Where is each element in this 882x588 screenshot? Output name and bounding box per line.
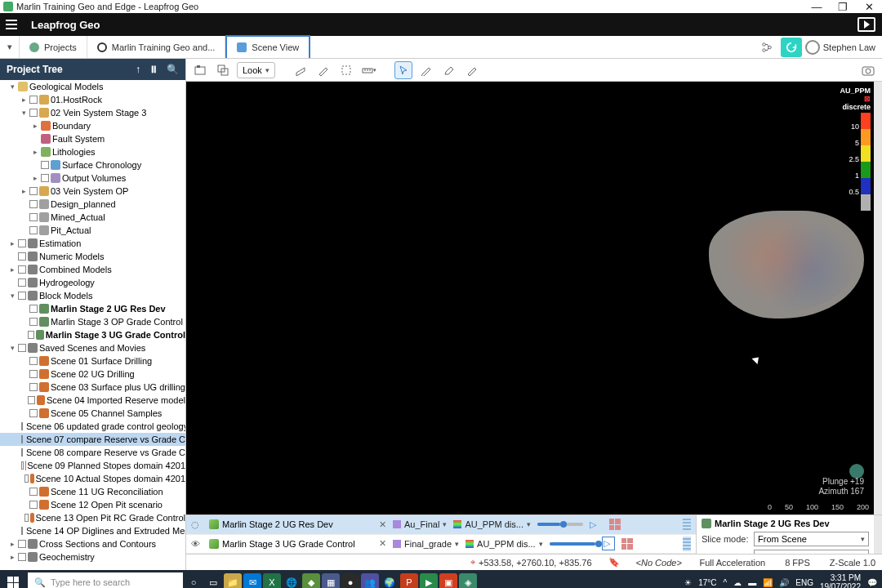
expand-icon[interactable]: ▾ [8, 344, 16, 352]
tree-checkbox[interactable] [18, 540, 26, 548]
taskbar-excel-icon[interactable]: X [263, 573, 281, 588]
tray-battery-icon[interactable]: ▬ [748, 578, 756, 587]
tree-checkbox[interactable] [29, 370, 38, 378]
tree-pause-icon[interactable]: ⏸ [149, 64, 158, 75]
tree-checkbox[interactable] [41, 161, 49, 169]
tool-pencil-icon[interactable] [417, 61, 435, 79]
shelf-row[interactable]: 👁 Marlin Stage 3 UG Grade Control ✕ Fina… [186, 535, 696, 555]
hamburger-menu-icon[interactable] [0, 13, 23, 36]
expand-icon[interactable]: ▸ [20, 187, 28, 195]
tree-item[interactable]: Scene 13 Open Pit RC Grade Control [0, 511, 185, 524]
colormap-select[interactable]: AU_PPM dis...▾ [453, 519, 531, 529]
tray-up-icon[interactable]: ^ [724, 578, 728, 587]
tree-item[interactable]: Scene 04 Imported Reserve model [0, 394, 185, 407]
tree-item[interactable]: ▸Output Volumes [0, 172, 185, 185]
taskbar-leapfrog-icon[interactable]: ◈ [459, 573, 477, 588]
expand-icon[interactable]: ▸ [20, 96, 28, 104]
expand-icon[interactable]: ▸ [31, 148, 39, 156]
remove-icon[interactable]: ✕ [379, 519, 386, 530]
taskbar-explorer-icon[interactable]: 📁 [224, 573, 242, 588]
tree-item[interactable]: Mined_Actual [0, 211, 185, 224]
tree-checkbox[interactable] [29, 409, 38, 417]
tree-up-icon[interactable]: ↑ [136, 64, 140, 75]
legend-close-icon[interactable]: ⊠ [864, 95, 871, 103]
tree-item[interactable]: ▸Geochemistry [0, 550, 185, 564]
expand-icon[interactable]: ▸ [31, 122, 39, 130]
taskbar-search[interactable]: 🔍Type here to search [28, 572, 183, 588]
drag-handle-icon[interactable] [683, 517, 691, 532]
tree-item[interactable]: ▸03 Vein System OP [0, 185, 185, 198]
tree-item[interactable]: Scene 02 UG Drilling [0, 368, 185, 381]
tree-checkbox[interactable] [29, 226, 38, 234]
tree-item[interactable]: Numeric Models [0, 250, 185, 263]
tree-checkbox[interactable] [21, 435, 23, 443]
tree-item[interactable]: ▾02 Vein System Stage 3 [0, 106, 185, 119]
tree-checkbox[interactable] [29, 488, 38, 496]
taskbar-outlook-icon[interactable]: ✉ [243, 573, 261, 588]
tree-checkbox[interactable] [24, 474, 29, 483]
tree-checkbox[interactable] [18, 344, 26, 352]
tool-screenshot-icon[interactable] [191, 61, 209, 79]
tree-checkbox[interactable] [29, 357, 38, 365]
start-button[interactable] [0, 570, 26, 588]
look-dropdown[interactable]: Look▾ [237, 62, 275, 78]
remove-icon[interactable]: ✕ [379, 538, 386, 549]
tool-ruler-icon[interactable]: ▾ [360, 61, 378, 79]
tree-checkbox[interactable] [18, 252, 26, 261]
tree-search-icon[interactable]: 🔍 [167, 64, 179, 75]
taskbar-app1-icon[interactable]: ◆ [302, 573, 320, 588]
tree-checkbox[interactable] [29, 305, 38, 313]
tree-item[interactable]: Scene 09 Planned Stopes domain 4201 [0, 459, 185, 472]
colormap-select[interactable]: AU_PPM dis...▾ [466, 539, 543, 549]
tree-item[interactable]: ▾Geological Models [0, 80, 185, 93]
tree-checkbox[interactable] [18, 292, 26, 300]
tree-item[interactable]: Fault System [0, 132, 185, 145]
attribute-select[interactable]: Final_grade▾ [393, 539, 459, 549]
tray-cloud-icon[interactable]: ☁ [733, 578, 742, 587]
taskbar-teams-icon[interactable]: 👥 [361, 573, 379, 588]
tool-lasso-icon[interactable] [337, 61, 355, 79]
tool-camera-icon[interactable] [859, 61, 877, 79]
tab-projects[interactable]: Projects [20, 36, 87, 58]
taskbar-ppt-icon[interactable]: P [400, 573, 418, 588]
tree-item[interactable]: Marlin Stage 2 UG Res Dev [0, 302, 185, 315]
tool-pointer-icon[interactable] [394, 61, 412, 79]
play-icon[interactable]: ▷ [602, 537, 615, 550]
sync-icon[interactable] [781, 38, 802, 57]
tree-item[interactable]: Scene 12 Open Pit scenario [0, 498, 185, 511]
tree-checkbox[interactable] [18, 553, 26, 561]
tree-checkbox[interactable] [21, 461, 23, 470]
tree-item[interactable]: Marlin Stage 3 OP Grade Control [0, 315, 185, 328]
tree-item[interactable]: Scene 14 OP Diglines and Extruded Meshes [0, 524, 185, 537]
tray-volume-icon[interactable]: 🔊 [779, 578, 789, 587]
tray-wifi-icon[interactable]: 📶 [763, 578, 773, 587]
expand-icon[interactable]: ▸ [8, 540, 16, 548]
model-surface[interactable] [709, 211, 864, 318]
tree-item[interactable]: ▸Boundary [0, 119, 185, 132]
grid-icon[interactable] [621, 538, 633, 550]
tree-checkbox[interactable] [21, 527, 23, 535]
expand-icon[interactable]: ▾ [20, 109, 28, 117]
tree-checkbox[interactable] [29, 187, 38, 195]
grid-icon[interactable] [609, 519, 621, 530]
tree-item[interactable]: Pit_Actual [0, 224, 185, 237]
expand-icon[interactable]: ▸ [31, 174, 39, 182]
user-avatar-icon[interactable] [805, 40, 820, 55]
tree-item[interactable]: ▾Block Models [0, 289, 185, 302]
tool-plane-icon[interactable] [292, 61, 310, 79]
tree-item[interactable]: Surface Chronology [0, 158, 185, 172]
tree-item[interactable]: ▸Lithologies [0, 145, 185, 158]
tree-checkbox[interactable] [29, 383, 38, 391]
tree-checkbox[interactable] [21, 422, 23, 430]
weather-icon[interactable]: ☀ [684, 578, 692, 587]
tool-highlight-icon[interactable] [463, 61, 481, 79]
taskbar-app3-icon[interactable]: 🌍 [381, 573, 399, 588]
opacity-slider[interactable] [537, 523, 583, 526]
user-name[interactable]: Stephen Law [823, 42, 875, 52]
tray-clock[interactable]: 3:31 PM 19/07/2022 [820, 573, 861, 588]
tree-item[interactable]: Scene 03 Surface plus UG drilling [0, 381, 185, 394]
tree-item[interactable]: Scene 10 Actual Stopes domain 4201 [0, 472, 185, 485]
minimize-button[interactable]: — [807, 1, 826, 13]
tool-draw-icon[interactable] [314, 61, 332, 79]
expand-icon[interactable]: ▸ [8, 553, 16, 561]
